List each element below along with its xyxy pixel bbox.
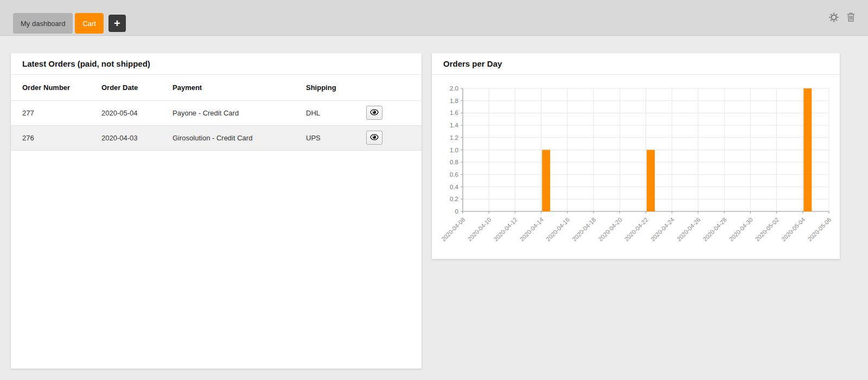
svg-text:1.2: 1.2 xyxy=(450,134,458,141)
trash-icon xyxy=(847,12,855,23)
svg-text:0.8: 0.8 xyxy=(450,159,458,165)
table-row: 276 2020-04-03 Girosolution - Credit Car… xyxy=(11,125,422,150)
add-dashboard-button[interactable]: + xyxy=(108,15,126,32)
topbar-actions xyxy=(829,0,855,36)
column-header-payment: Payment xyxy=(173,75,306,100)
eye-icon xyxy=(370,109,379,117)
svg-text:0.2: 0.2 xyxy=(450,196,458,202)
cell-order-number: 277 xyxy=(11,100,101,125)
view-order-button[interactable] xyxy=(366,131,382,145)
cell-order-date: 2020-04-03 xyxy=(101,125,173,150)
svg-text:2020-04-14: 2020-04-14 xyxy=(519,216,545,242)
svg-text:2020-05-02: 2020-05-02 xyxy=(754,216,780,242)
svg-text:1.8: 1.8 xyxy=(450,98,458,104)
dashboard-tab-bar: My dashboard Cart + xyxy=(13,13,126,34)
svg-text:2020-04-12: 2020-04-12 xyxy=(493,216,519,242)
svg-text:2020-04-08: 2020-04-08 xyxy=(440,216,466,242)
column-header-actions xyxy=(366,75,422,100)
orders-per-day-panel: Orders per Day 00.20.40.60.81.01.21.41.6… xyxy=(432,53,840,259)
table-header-row: Order Number Order Date Payment Shipping xyxy=(11,75,422,100)
cell-order-number: 276 xyxy=(11,125,101,150)
column-header-order-date: Order Date xyxy=(101,75,173,100)
svg-text:2020-04-16: 2020-04-16 xyxy=(545,216,571,242)
svg-text:2020-04-26: 2020-04-26 xyxy=(675,216,701,242)
svg-text:1.4: 1.4 xyxy=(450,122,459,128)
svg-text:2020-04-20: 2020-04-20 xyxy=(597,216,623,242)
svg-text:2020-04-28: 2020-04-28 xyxy=(701,216,727,242)
svg-text:2020-04-22: 2020-04-22 xyxy=(623,216,649,242)
orders-per-day-title: Orders per Day xyxy=(432,53,840,75)
svg-text:1.6: 1.6 xyxy=(450,110,458,116)
column-header-shipping: Shipping xyxy=(306,75,366,100)
latest-orders-title: Latest Orders (paid, not shipped) xyxy=(11,53,422,75)
svg-text:2020-05-06: 2020-05-06 xyxy=(806,216,832,242)
plus-icon: + xyxy=(114,15,120,31)
svg-text:2.0: 2.0 xyxy=(450,85,458,92)
chart-container: 00.20.40.60.81.01.21.41.61.82.02020-04-0… xyxy=(432,75,840,259)
svg-text:2020-04-10: 2020-04-10 xyxy=(466,216,492,242)
svg-text:2020-05-04: 2020-05-04 xyxy=(780,216,806,242)
cell-shipping: UPS xyxy=(306,125,366,150)
gear-icon xyxy=(829,12,839,24)
svg-text:2020-04-18: 2020-04-18 xyxy=(571,216,597,242)
view-order-button[interactable] xyxy=(366,106,382,120)
orders-per-day-chart: 00.20.40.60.81.01.21.41.61.82.02020-04-0… xyxy=(432,75,840,259)
tab-my-dashboard-label: My dashboard xyxy=(21,20,65,28)
tab-my-dashboard[interactable]: My dashboard xyxy=(13,13,73,34)
cell-payment: Girosolution - Credit Card xyxy=(173,125,306,150)
svg-text:0: 0 xyxy=(455,208,458,215)
top-bar: My dashboard Cart + xyxy=(0,0,868,36)
svg-text:1.0: 1.0 xyxy=(450,147,458,153)
settings-button[interactable] xyxy=(829,12,839,24)
latest-orders-table: Order Number Order Date Payment Shipping… xyxy=(11,75,422,151)
cell-shipping: DHL xyxy=(306,100,366,125)
delete-dashboard-button[interactable] xyxy=(847,12,855,23)
svg-text:2020-04-24: 2020-04-24 xyxy=(649,216,675,242)
eye-icon xyxy=(370,134,379,142)
table-row: 277 2020-05-04 Payone - Credit Card DHL xyxy=(11,100,422,125)
svg-text:0.6: 0.6 xyxy=(450,171,458,178)
svg-text:2020-04-30: 2020-04-30 xyxy=(727,216,754,242)
svg-text:0.4: 0.4 xyxy=(450,184,459,190)
column-header-order-number: Order Number xyxy=(11,75,101,100)
tab-cart-label: Cart xyxy=(82,20,96,28)
latest-orders-panel: Latest Orders (paid, not shipped) Order … xyxy=(11,53,422,369)
cell-order-date: 2020-05-04 xyxy=(101,100,173,125)
cell-payment: Payone - Credit Card xyxy=(173,100,306,125)
tab-cart[interactable]: Cart xyxy=(75,13,104,34)
